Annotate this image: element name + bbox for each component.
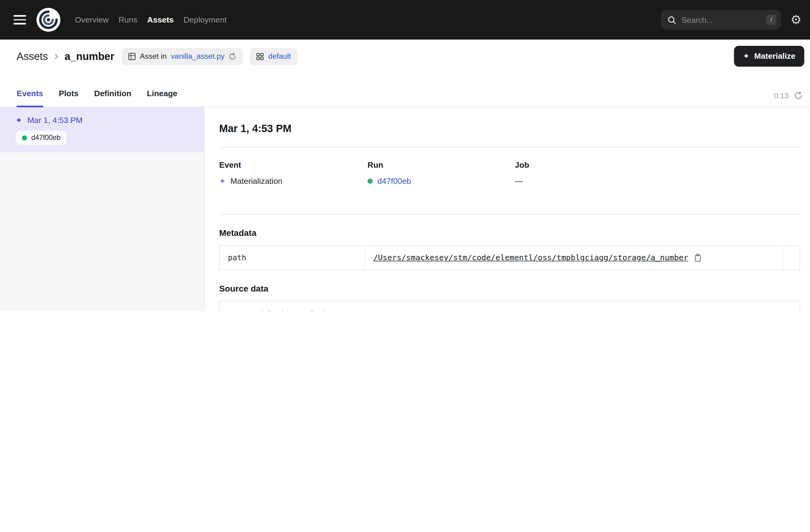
tab-plots[interactable]: Plots	[59, 89, 79, 107]
path-link[interactable]: /Users/smackesey/stm/code/elementl/oss/t…	[373, 253, 688, 262]
nav-item-runs[interactable]: Runs	[118, 12, 137, 27]
breadcrumb-asset-name: a_number	[65, 50, 114, 62]
breadcrumb-assets-link[interactable]: Assets	[17, 50, 48, 62]
menu-hamburger-icon[interactable]	[13, 15, 26, 25]
event-detail-title: Mar 1, 4:53 PM	[219, 123, 800, 135]
event-detail-panel: Mar 1, 4:53 PM Event ✦ Materialization R…	[205, 107, 810, 311]
sparkle-icon: ✦	[743, 51, 750, 61]
run-status-dot	[22, 135, 27, 140]
event-label: Event	[219, 160, 368, 170]
asset-group-icon	[256, 52, 264, 60]
top-nav-bar: Overview Runs Assets Deployment / ⚙	[0, 0, 810, 39]
event-value: ✦ Materialization	[219, 177, 368, 186]
metadata-table: path /Users/smackesey/stm/code/elementl/…	[219, 245, 800, 270]
materialize-label: Materialize	[754, 51, 795, 61]
job-column: Job —	[515, 160, 800, 186]
run-id-link[interactable]: d47f00eb	[377, 177, 411, 186]
asset-group-badge: default	[250, 47, 297, 65]
materialization-sparkle-icon: ✦	[16, 116, 22, 125]
run-badge[interactable]: d47f00eb	[16, 131, 67, 145]
search-box[interactable]: /	[662, 10, 781, 30]
event-summary-columns: Event ✦ Materialization Run d47f00eb Job	[219, 148, 800, 201]
tab-definition[interactable]: Definition	[94, 89, 131, 107]
refresh-icon[interactable]	[794, 91, 803, 100]
event-timestamp: Mar 1, 4:53 PM	[27, 116, 82, 125]
run-label: Run	[368, 160, 515, 170]
dagster-app: Overview Runs Assets Deployment / ⚙ Asse…	[0, 0, 810, 311]
event-column: Event ✦ Materialization	[219, 160, 368, 186]
main-area: ✦ Mar 1, 4:53 PM d47f00eb Mar 1, 4:53 PM…	[0, 107, 810, 311]
search-input[interactable]	[682, 15, 761, 24]
source-data-empty-message: No materializations to display.	[219, 301, 800, 311]
tab-lineage[interactable]: Lineage	[147, 89, 177, 107]
asset-definition-badge: Asset in vanilla_asset.py	[122, 47, 243, 65]
event-type-text: Materialization	[230, 177, 282, 186]
events-sidebar: ✦ Mar 1, 4:53 PM d47f00eb	[0, 107, 205, 311]
main-nav: Overview Runs Assets Deployment	[75, 12, 226, 27]
event-list-item[interactable]: ✦ Mar 1, 4:53 PM d47f00eb	[0, 107, 204, 152]
tab-bar: Events Plots Definition Lineage 0:13	[0, 73, 810, 107]
dagster-logo[interactable]	[36, 8, 61, 32]
nav-item-assets[interactable]: Assets	[147, 12, 174, 27]
nav-item-overview[interactable]: Overview	[75, 12, 109, 27]
divider	[219, 214, 800, 214]
refresh-group: 0:13	[774, 91, 803, 107]
run-id: d47f00eb	[31, 134, 61, 142]
source-data-title: Source data	[219, 284, 800, 293]
metadata-row: path /Users/smackesey/stm/code/elementl/…	[220, 246, 800, 270]
asset-page-header: Assets › a_number Asset in vanilla_asset…	[0, 39, 810, 73]
metadata-key: path	[220, 246, 365, 270]
run-status-dot	[368, 179, 373, 184]
metadata-title: Metadata	[219, 228, 800, 238]
tab-events[interactable]: Events	[17, 89, 43, 107]
logo-swirl-icon	[37, 8, 60, 31]
metadata-value: /Users/smackesey/stm/code/elementl/oss/t…	[365, 246, 782, 270]
breadcrumb: Assets › a_number	[17, 49, 114, 63]
nav-item-deployment[interactable]: Deployment	[183, 12, 227, 27]
refresh-countdown: 0:13	[774, 91, 789, 99]
copy-icon[interactable]	[694, 253, 702, 262]
settings-gear-icon[interactable]: ⚙	[791, 13, 802, 26]
search-icon	[667, 15, 677, 25]
group-default-link[interactable]: default	[269, 52, 291, 60]
reload-definitions-icon[interactable]	[229, 52, 237, 60]
asset-in-label: Asset in	[140, 52, 167, 60]
job-label: Job	[515, 160, 800, 170]
run-column: Run d47f00eb	[368, 160, 515, 186]
job-value: —	[515, 177, 800, 186]
asset-file-link[interactable]: vanilla_asset.py	[171, 52, 225, 60]
materialization-sparkle-icon: ✦	[219, 177, 226, 186]
table-grid-icon	[128, 52, 136, 60]
chevron-right-icon: ›	[54, 49, 59, 63]
search-shortcut-hint: /	[766, 15, 777, 25]
metadata-actions-cell	[782, 246, 799, 270]
event-timestamp-row: ✦ Mar 1, 4:53 PM	[16, 116, 194, 125]
run-value: d47f00eb	[368, 177, 515, 186]
materialize-button[interactable]: ✦ Materialize	[734, 46, 804, 67]
